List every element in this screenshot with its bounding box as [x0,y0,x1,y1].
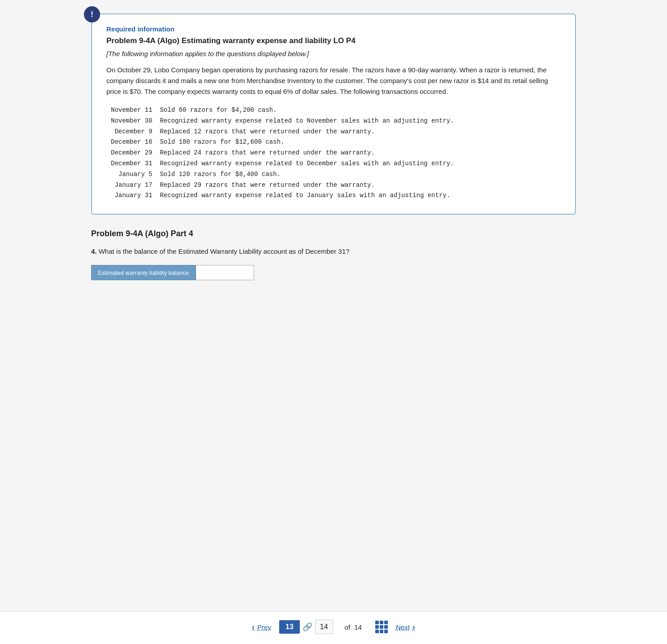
question-text: 4. What is the balance of the Estimated … [91,247,576,255]
pagination-bar: ‹ Prev 13 🔗 14 of 14 Next › [0,611,667,644]
prev-chevron-icon: ‹ [252,622,255,632]
info-icon: ! [84,6,100,22]
grid-icon[interactable] [375,621,388,633]
page-of-label: of 14 [341,623,365,631]
answer-label: Estimated warranty liability balance [91,265,196,280]
prev-label[interactable]: Prev [257,623,271,631]
section-title: Problem 9-4A (Algo) Part 4 [91,229,576,238]
link-icon: 🔗 [300,622,315,632]
answer-input[interactable] [196,265,254,280]
info-box: ! Required information Problem 9-4A (Alg… [91,13,576,215]
transactions-list: November 11 Sold 60 razors for $4,200 ca… [111,105,561,201]
page-box: 13 🔗 14 [279,620,333,634]
problem-description: On October 29, Lobo Company began operat… [106,65,561,97]
next-label[interactable]: Next [396,623,410,631]
current-page[interactable]: 13 [279,620,300,634]
problem-title: Problem 9-4A (Algo) Estimating warranty … [106,36,561,45]
next-nav[interactable]: Next › [396,622,415,632]
prev-nav[interactable]: ‹ Prev [252,622,271,632]
next-page-num[interactable]: 14 [315,620,333,634]
answer-row: Estimated warranty liability balance [91,265,576,280]
next-chevron-icon: › [412,622,415,632]
required-info-label: Required information [106,25,561,33]
problem-subtitle: [The following information applies to th… [106,50,561,57]
question-number: 4. [91,247,97,255]
question-body: What is the balance of the Estimated War… [99,247,350,255]
of-text: of [345,623,351,631]
total-pages: 14 [354,623,362,631]
